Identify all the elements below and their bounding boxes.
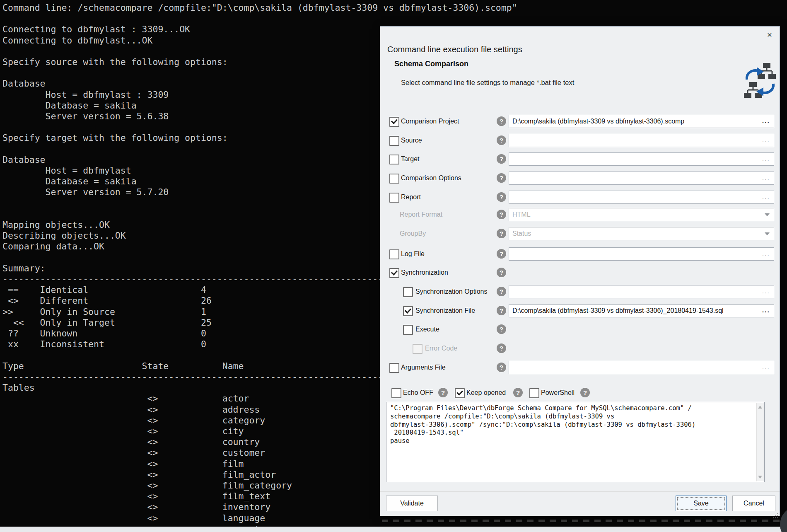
help-icon[interactable]: ?: [497, 363, 506, 372]
synchronization-options-label: Synchronization Options: [415, 284, 487, 300]
row-comparison-options: Comparison Options ? ...: [380, 170, 780, 186]
comparison-project-field[interactable]: D:\comp\sakila (dbfmylast-3309 vs dbfmyl…: [509, 115, 774, 128]
row-groupby: GroupBy ? Status: [380, 226, 780, 242]
powershell-checkbox[interactable]: [529, 388, 539, 398]
report-checkbox[interactable]: [389, 193, 399, 203]
source-checkbox[interactable]: [389, 136, 399, 146]
comparison-project-label: Comparison Project: [401, 114, 459, 129]
target-checkbox[interactable]: [389, 155, 399, 164]
row-execute: Execute ?: [380, 322, 780, 337]
save-button-label: Save: [693, 500, 708, 507]
screen-bottom-strip: [0, 527, 787, 532]
target-label: Target: [401, 151, 419, 167]
browse-button[interactable]: ...: [762, 248, 770, 259]
browse-button[interactable]: ...: [762, 285, 770, 297]
keep-opened-checkbox[interactable]: [455, 388, 465, 398]
synchronization-file-checkbox[interactable]: [403, 306, 413, 316]
save-button[interactable]: Save: [676, 496, 727, 511]
help-icon[interactable]: ?: [497, 173, 506, 183]
row-synchronization: Synchronization ?: [380, 265, 780, 281]
synchronization-file-field[interactable]: D:\comp\sakila (dbfmylast-3309 vs dbfmyl…: [509, 304, 774, 317]
synchronization-options-field[interactable]: ...: [509, 285, 774, 298]
cancel-button[interactable]: Cancel: [732, 496, 775, 511]
browse-button[interactable]: ...: [762, 134, 770, 146]
row-synchronization-file: Synchronization File ? D:\comp\sakila (d…: [380, 303, 780, 319]
scroll-down-icon[interactable]: [758, 476, 762, 479]
echo-off-checkbox[interactable]: [391, 388, 401, 398]
target-field[interactable]: ...: [509, 152, 774, 166]
section-title: Schema Comparison: [394, 60, 468, 68]
schema-comparison-icon: [744, 63, 776, 100]
help-icon[interactable]: ?: [497, 343, 506, 353]
row-target: Target ? ...: [380, 151, 780, 167]
groupby-label: GroupBy: [400, 226, 426, 242]
log-file-checkbox[interactable]: [389, 249, 399, 259]
comparison-options-label: Comparison Options: [401, 170, 461, 186]
help-icon[interactable]: ?: [497, 249, 506, 259]
error-code-label: Error Code: [425, 341, 457, 356]
help-icon[interactable]: ?: [497, 210, 506, 219]
browse-button[interactable]: ...: [762, 305, 770, 316]
synchronization-label: Synchronization: [401, 265, 448, 281]
help-icon[interactable]: ?: [497, 192, 506, 202]
browse-button[interactable]: ...: [762, 361, 770, 373]
help-icon[interactable]: ?: [497, 306, 506, 315]
close-icon[interactable]: ×: [765, 30, 775, 40]
report-format-dropdown[interactable]: HTML: [509, 208, 774, 221]
row-arguments-file: Arguments File ? ...: [380, 360, 780, 375]
browse-button[interactable]: ...: [762, 153, 770, 164]
chevron-down-icon: [765, 232, 770, 235]
synchronization-checkbox[interactable]: [389, 268, 399, 278]
help-icon[interactable]: ?: [497, 116, 506, 126]
arguments-file-checkbox[interactable]: [389, 363, 399, 373]
report-format-label: Report Format: [400, 207, 442, 222]
footer-divider: [380, 491, 780, 492]
scroll-up-icon[interactable]: [758, 406, 762, 409]
execute-checkbox[interactable]: [403, 325, 413, 335]
arguments-file-label: Arguments File: [401, 360, 446, 375]
synchronization-options-checkbox[interactable]: [403, 287, 413, 297]
scrollbar[interactable]: [756, 403, 764, 481]
report-format-value: HTML: [512, 208, 531, 221]
source-field[interactable]: ...: [509, 134, 774, 147]
groupby-dropdown[interactable]: Status: [509, 227, 774, 240]
row-synchronization-options: Synchronization Options ? ...: [380, 284, 780, 300]
chevron-down-icon: [765, 213, 770, 216]
resize-grip-icon[interactable]: [777, 513, 778, 514]
echo-off-label: Echo OFF: [403, 386, 433, 399]
browse-button[interactable]: ...: [762, 191, 770, 203]
comparison-project-checkbox[interactable]: [389, 117, 399, 127]
bat-file-text: "C:\Program Files\Devart\dbForge Schema …: [386, 402, 764, 445]
script-options-row: Echo OFF ? Keep opened ? PowerShell ?: [380, 386, 780, 399]
help-icon[interactable]: ?: [497, 268, 506, 277]
groupby-value: Status: [512, 227, 531, 240]
help-icon[interactable]: ?: [580, 388, 590, 397]
log-file-field[interactable]: ...: [509, 247, 774, 261]
comparison-options-checkbox[interactable]: [389, 174, 399, 184]
help-icon[interactable]: ?: [497, 324, 506, 334]
help-icon[interactable]: ?: [497, 287, 506, 296]
row-comparison-project: Comparison Project ? D:\comp\sakila (dbf…: [380, 114, 780, 129]
error-code-checkbox[interactable]: [413, 344, 422, 354]
help-icon[interactable]: ?: [497, 154, 506, 164]
synchronization-file-label: Synchronization File: [415, 303, 475, 319]
comparison-project-value: D:\comp\sakila (dbfmylast-3309 vs dbfmyl…: [512, 115, 757, 128]
section-subtitle: Select command line file settings to man…: [401, 79, 574, 87]
help-icon[interactable]: ?: [497, 229, 506, 238]
help-icon[interactable]: ?: [513, 388, 523, 397]
browse-button[interactable]: ...: [762, 115, 770, 127]
row-report-format: Report Format ? HTML: [380, 207, 780, 222]
row-source: Source ? ...: [380, 133, 780, 148]
browse-button[interactable]: ...: [762, 172, 770, 184]
comparison-options-field[interactable]: ...: [509, 172, 774, 185]
row-log-file: Log File ? ...: [380, 246, 780, 262]
validate-button-label: Validate: [400, 500, 424, 507]
bat-file-text-area[interactable]: "C:\Program Files\Devart\dbForge Schema …: [386, 402, 765, 482]
row-report: Report ? ...: [380, 189, 780, 205]
help-icon[interactable]: ?: [438, 388, 448, 397]
report-field[interactable]: ...: [509, 191, 774, 204]
validate-button[interactable]: Validate: [386, 496, 438, 511]
arguments-file-field[interactable]: ...: [509, 361, 774, 374]
help-icon[interactable]: ?: [497, 135, 506, 145]
execute-label: Execute: [415, 322, 439, 337]
